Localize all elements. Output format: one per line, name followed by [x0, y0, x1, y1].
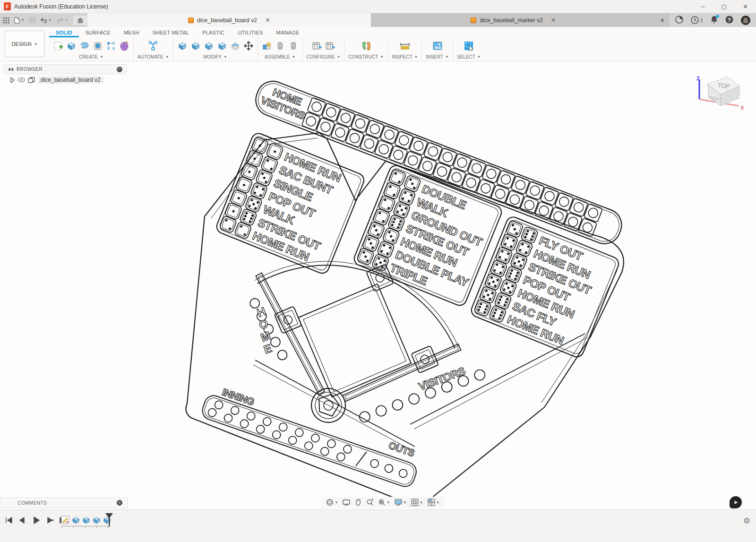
extrude-tool-icon[interactable]	[66, 41, 77, 51]
close-button[interactable]: ✕	[735, 0, 756, 13]
joint-tool-icon[interactable]	[275, 41, 285, 51]
user-avatar[interactable]	[741, 16, 750, 25]
timeline-ruler	[61, 526, 109, 528]
timeline-feature-sketch-0[interactable]	[60, 515, 70, 525]
notifications-bell-icon[interactable]	[711, 16, 718, 25]
collapse-panel-icon[interactable]	[8, 68, 14, 71]
view-cube[interactable]: TOP FRONT Z X	[694, 70, 746, 117]
group-label-modify[interactable]: MODIFY ▼	[203, 54, 227, 61]
tab-label: dice_baseball_board v2	[197, 17, 257, 24]
fusion-logo-icon: F	[4, 2, 11, 10]
model-viewport[interactable]: HOMEVISITORSHOME RUNSAC BUNTSINGLEPOP OU…	[0, 61, 756, 509]
automate-tool-icon[interactable]	[148, 41, 158, 51]
hole-tool-icon[interactable]	[93, 41, 103, 51]
ribbon-tab-utilities[interactable]: UTILITIES	[231, 30, 269, 37]
sketch-tool-icon[interactable]	[53, 41, 63, 51]
motion-tool-icon[interactable]	[288, 41, 299, 51]
minimize-button[interactable]: ─	[692, 0, 713, 13]
group-label-configure[interactable]: CONFIGURE ▼	[307, 54, 341, 61]
visibility-eye-icon[interactable]	[17, 77, 25, 82]
offset-tool-icon[interactable]	[230, 41, 241, 51]
save-icon[interactable]	[29, 17, 35, 23]
group-label-automate[interactable]: AUTOMATE ▼	[137, 54, 169, 61]
extensions-icon[interactable]	[675, 16, 683, 25]
tab-dice-baseball-marker[interactable]: dice_baseball_marker v2 ✕	[371, 13, 655, 27]
fit-icon[interactable]: ▼	[378, 499, 390, 506]
timeline-feature-extrude-1[interactable]	[71, 515, 81, 525]
comments-panel[interactable]: COMMENTS +	[0, 498, 128, 508]
help-icon[interactable]: ?	[725, 16, 733, 25]
collapse-comments-icon[interactable]	[5, 501, 11, 505]
add-comment-icon[interactable]: +	[117, 500, 122, 506]
group-label-inspect[interactable]: INSPECT ▼	[392, 54, 418, 61]
pan-icon[interactable]	[354, 499, 362, 506]
timeline-feature-list	[60, 515, 112, 525]
revolve-tool-icon[interactable]	[79, 41, 90, 51]
timeline-feature-extrude-2[interactable]	[81, 515, 91, 525]
workspace-switcher[interactable]: DESIGN ▼	[5, 31, 44, 57]
config2-tool-icon[interactable]	[325, 41, 335, 51]
browser-item-root[interactable]: dice_baseball_board v2	[4, 74, 127, 84]
maximize-button[interactable]: ▢	[713, 0, 735, 13]
file-menu-icon[interactable]: ▼	[14, 17, 25, 24]
form-tool-icon[interactable]	[119, 41, 129, 51]
viewcube-z-axis-label: Z	[696, 76, 700, 81]
ribbon-group-construct: CONSTRUCT ▼	[344, 37, 387, 61]
select-tool-icon[interactable]	[464, 41, 474, 51]
group-label-insert[interactable]: INSERT ▼	[426, 54, 448, 61]
timeline-go-to-start-button[interactable]	[4, 516, 13, 525]
tab-close-icon[interactable]: ✕	[551, 17, 556, 24]
ribbon-tab-solid[interactable]: SOLID	[49, 30, 79, 37]
config1-tool-icon[interactable]	[312, 41, 322, 51]
feedback-bubble-icon[interactable]: ➤	[730, 496, 742, 508]
orbit-icon[interactable]: ▼	[326, 499, 338, 506]
job-status-icon[interactable]: 1	[691, 16, 703, 24]
collapse-browser-icon[interactable]: −	[117, 67, 122, 72]
new-tab-button[interactable]: +	[655, 13, 670, 27]
tab-close-icon[interactable]: ✕	[265, 17, 270, 24]
group-label-assemble[interactable]: ASSEMBLE ▼	[265, 54, 296, 61]
insert-tool-icon[interactable]	[432, 41, 443, 51]
browser-panel: BROWSER − dice_baseball_board v2	[4, 64, 127, 84]
combine-tool-icon[interactable]	[217, 41, 227, 51]
move-tool-icon[interactable]	[243, 41, 254, 51]
presspull-tool-icon[interactable]	[177, 41, 188, 51]
timeline-position-marker[interactable]	[105, 513, 113, 529]
group-label-select[interactable]: SELECT ▼	[457, 54, 481, 61]
timeline-playback-controls	[4, 516, 68, 525]
planes-tool-icon[interactable]	[361, 41, 371, 51]
group-label-construct[interactable]: CONSTRUCT ▼	[348, 54, 384, 61]
timeline-play-button[interactable]	[31, 516, 41, 525]
shell-tool-icon[interactable]	[204, 41, 214, 51]
group-label-create[interactable]: CREATE ▼	[79, 54, 103, 61]
component-name: dice_baseball_board v2	[38, 76, 103, 84]
timeline-step-forward-button[interactable]	[45, 516, 54, 525]
dice-baseball-board-drawing: HOMEVISITORSHOME RUNSAC BUNTSINGLEPOP OU…	[0, 61, 756, 509]
newcomp-tool-icon[interactable]	[262, 41, 272, 51]
ribbon-tab-mesh[interactable]: MESH	[117, 30, 146, 37]
ribbon-tab-plastic[interactable]: PLASTIC	[196, 30, 231, 37]
zoom-icon[interactable]	[366, 499, 374, 506]
fillet-tool-icon[interactable]	[190, 41, 201, 51]
pattern-tool-icon[interactable]	[106, 41, 116, 51]
home-view-icon[interactable]	[73, 16, 87, 25]
tab-bar: ▼ ▼ ▼ dice_baseball_board v2 ✕ dice_base…	[0, 13, 756, 27]
navigation-bar: ▼▼▼▼▼	[321, 497, 445, 508]
display-settings-icon[interactable]: ▼	[395, 499, 407, 506]
ribbon-tab-sheet-metal[interactable]: SHEET METAL	[146, 30, 196, 37]
expand-arrow-icon[interactable]	[10, 77, 15, 83]
look-at-icon[interactable]	[343, 499, 350, 506]
settings-gear-icon[interactable]: ⚙	[743, 516, 750, 526]
ribbon-tab-surface[interactable]: SURFACE	[79, 30, 117, 37]
timeline-step-back-button[interactable]	[17, 516, 27, 525]
undo-icon[interactable]: ▼	[40, 17, 52, 23]
viewports-icon[interactable]: ▼	[428, 499, 440, 506]
tab-label: dice_baseball_marker v2	[480, 17, 542, 24]
timeline-feature-extrude-3[interactable]	[92, 515, 102, 525]
app-grid-icon[interactable]	[3, 17, 9, 24]
grid-snaps-icon[interactable]: ▼	[411, 499, 423, 506]
tab-dice-baseball-board[interactable]: dice_baseball_board v2 ✕	[87, 13, 371, 27]
measure-tool-icon[interactable]	[400, 41, 410, 51]
ribbon-tab-manage[interactable]: MANAGE	[270, 30, 306, 37]
redo-icon[interactable]: ▼	[57, 17, 69, 23]
